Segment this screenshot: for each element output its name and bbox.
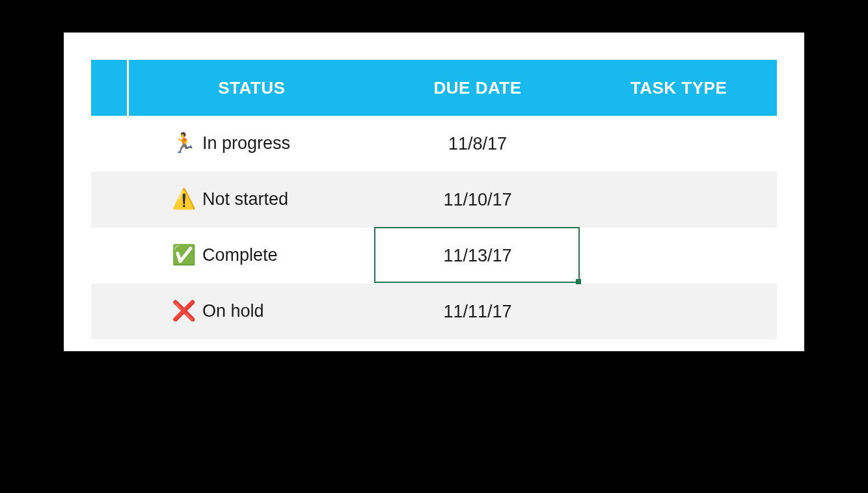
cell-task-type[interactable] [580,116,777,172]
cell-blank[interactable] [91,284,128,340]
checkmark-icon: ✅ [172,245,196,265]
status-text: In progress [202,133,290,153]
status-text: Complete [202,245,278,265]
cell-due-date[interactable]: 11/13/17 [375,228,580,284]
cell-task-type[interactable] [580,172,777,228]
cell-status[interactable]: ❌ On hold [128,284,375,340]
due-date-text: 11/13/17 [443,246,511,265]
status-text: Not started [202,189,288,209]
cell-blank[interactable] [91,172,128,228]
cell-status[interactable]: ⚠️ Not started [128,172,375,228]
header-status: STATUS [128,60,375,116]
spreadsheet-card: STATUS DUE DATE TASK TYPE 🏃 In progress … [64,33,804,351]
running-icon: 🏃 [172,133,196,153]
cell-blank[interactable] [91,116,128,172]
table-row: 🏃 In progress 11/8/17 [91,116,777,172]
table-row: ⚠️ Not started 11/10/17 [91,172,777,228]
cell-due-date[interactable]: 11/8/17 [375,116,580,172]
table-row: ❌ On hold 11/11/17 [91,284,777,340]
header-blank [91,60,128,116]
due-date-text: 11/8/17 [448,134,507,153]
due-date-text: 11/11/17 [443,302,511,321]
cell-task-type[interactable] [580,228,777,284]
table-row: ✅ Complete 11/13/17 [91,228,777,284]
warning-icon: ⚠️ [172,189,196,209]
cell-status[interactable]: ✅ Complete [128,228,375,284]
cell-status[interactable]: 🏃 In progress [128,116,375,172]
header-task-type: TASK TYPE [580,60,777,116]
cell-blank[interactable] [91,228,128,284]
cross-icon: ❌ [172,301,196,321]
status-text: On hold [202,301,264,321]
task-table: STATUS DUE DATE TASK TYPE 🏃 In progress … [91,60,777,340]
header-due-date: DUE DATE [375,60,580,116]
due-date-text: 11/10/17 [443,190,511,209]
cell-due-date[interactable]: 11/10/17 [375,172,580,228]
cell-task-type[interactable] [580,284,777,340]
cell-due-date[interactable]: 11/11/17 [375,284,580,340]
header-row: STATUS DUE DATE TASK TYPE [91,60,777,116]
